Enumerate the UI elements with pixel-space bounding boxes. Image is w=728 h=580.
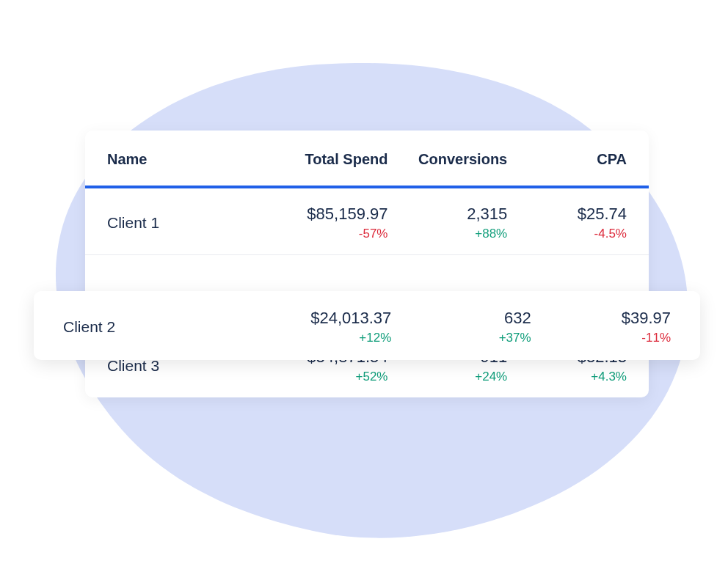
spend-value: $24,013.37	[310, 309, 391, 328]
column-header-name: Name	[107, 151, 269, 168]
client-name: Client 1	[107, 214, 269, 232]
spend-delta: +52%	[356, 370, 388, 384]
cpa-value: $25.74	[578, 205, 627, 224]
spend-value: $85,159.97	[307, 205, 387, 224]
conversions-value: 632	[504, 309, 531, 328]
cpa-value: $39.97	[622, 309, 671, 328]
spend-delta: -57%	[359, 227, 388, 241]
spend-cell: $85,159.97 -57%	[269, 205, 388, 241]
conversions-cell: 2,315 +88%	[387, 205, 507, 241]
column-header-cpa: CPA	[507, 151, 627, 168]
spend-cell: $24,013.37 +12%	[252, 309, 391, 345]
conversions-delta: +37%	[499, 331, 531, 345]
conversions-value: 2,315	[467, 205, 507, 224]
table-row[interactable]: Client 1 $85,159.97 -57% 2,315 +88% $25.…	[85, 188, 649, 254]
column-header-conversions: Conversions	[387, 151, 507, 168]
cpa-delta: -11%	[641, 331, 671, 345]
column-header-spend: Total Spend	[269, 151, 388, 168]
table-header: Name Total Spend Conversions CPA	[85, 131, 649, 188]
cpa-cell: $25.74 -4.5%	[507, 205, 627, 241]
cpa-delta: +4.3%	[591, 370, 627, 384]
table-row-highlighted[interactable]: Client 2 $24,013.37 +12% 632 +37% $39.97…	[34, 291, 700, 360]
conversions-delta: +24%	[475, 370, 507, 384]
spend-delta: +12%	[359, 331, 391, 345]
cpa-cell: $39.97 -11%	[531, 309, 671, 345]
cpa-delta: -4.5%	[594, 227, 627, 241]
conversions-delta: +88%	[475, 227, 507, 241]
conversions-cell: 632 +37%	[391, 309, 531, 345]
client-name: Client 2	[63, 318, 252, 336]
